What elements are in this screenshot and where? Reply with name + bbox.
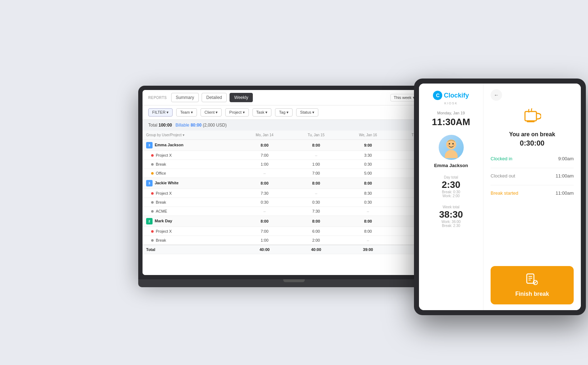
tab-summary[interactable]: Summary — [171, 93, 199, 102]
status-filter-button[interactable]: Status ▾ — [296, 108, 318, 117]
tablet-body: C Clockify KIOSK Monday, Jan 19 11:30AM — [414, 79, 586, 315]
col-tue: Tu, Jan 15 — [291, 131, 341, 140]
clocked-out-row: Clocked out 11:00am — [491, 173, 574, 179]
kiosk-right-panel: ← You are on break 0:30:00 — [483, 84, 581, 310]
week-work-sub: Work: 36:00 — [442, 220, 461, 224]
reports-label: REPORTS — [148, 96, 167, 100]
team-filter-button[interactable]: Team ▾ — [176, 108, 197, 117]
table-row: Break0:300:300:300:30 — [143, 198, 445, 207]
break-started-label: Break started — [491, 190, 518, 196]
time-divider-2 — [491, 185, 574, 185]
svg-point-0 — [446, 139, 456, 150]
total-label: Total — [148, 123, 157, 128]
table-row: Project X7:006:008:008:00 — [143, 227, 445, 236]
group-by-header[interactable]: Group by User/Project ▾ — [143, 131, 238, 140]
clocked-out-value: 11:00am — [555, 173, 574, 179]
svg-rect-6 — [525, 112, 536, 121]
laptop-device: REPORTS Summary Detailed Weekly This wee… — [138, 86, 450, 294]
billable-amount: (2,000 USD) — [203, 123, 227, 128]
day-total-value: 2:30 — [442, 180, 460, 189]
table-header-row: Group by User/Project ▾ Mo, Jan 14 Tu, J… — [143, 131, 445, 140]
table-row: Office–7:005:00– — [143, 169, 445, 178]
user-avatar — [439, 135, 464, 160]
laptop-body: REPORTS Summary Detailed Weekly This wee… — [138, 86, 450, 279]
kiosk-user-name: Emma Jackson — [434, 163, 468, 168]
work-sub-text: Work: 2:00 — [442, 194, 459, 198]
break-started-row: Break started 11:00am — [491, 190, 574, 196]
report-header: REPORTS Summary Detailed Weekly This wee… — [143, 90, 445, 105]
svg-point-1 — [445, 150, 458, 158]
table-row: Project X7:00–3:306:30 — [143, 151, 445, 160]
report-table-container: Group by User/Project ▾ Mo, Jan 14 Tu, J… — [143, 131, 445, 275]
col-mon: Mo, Jan 14 — [238, 131, 291, 140]
day-total-label: Day total — [444, 175, 458, 179]
break-started-value: 11:00am — [555, 190, 574, 196]
svg-point-2 — [449, 143, 450, 144]
clockify-logo: C Clockify — [433, 91, 469, 100]
cup-svg — [523, 108, 541, 124]
back-button[interactable]: ← — [491, 89, 502, 101]
break-cup-icon — [491, 108, 574, 127]
tab-detailed[interactable]: Detailed — [202, 93, 227, 102]
client-filter-button[interactable]: Client ▾ — [201, 108, 222, 117]
laptop-notch — [283, 279, 305, 282]
week-total-label: Week total — [443, 205, 459, 209]
table-row: Total40:0040:0039:0039:30 — [143, 245, 445, 254]
tablet-screen: C Clockify KIOSK Monday, Jan 19 11:30AM — [419, 84, 581, 310]
kiosk-date: Monday, Jan 19 — [437, 111, 465, 115]
project-filter-button[interactable]: Project ▾ — [225, 108, 249, 117]
svg-point-4 — [447, 144, 449, 146]
table-row: 2Mark Day8:008:008:008:00 — [143, 216, 445, 227]
filter-button[interactable]: FILTER ▾ — [148, 108, 173, 117]
time-divider-1 — [491, 168, 574, 168]
table-row: Break1:001:000:300:30 — [143, 160, 445, 169]
week-break-sub: Break: 2:30 — [442, 224, 460, 228]
finish-break-label: Finish break — [515, 291, 549, 297]
week-stat-sub: Work: 36:00 Break: 2:30 — [442, 220, 461, 228]
task-filter-button[interactable]: Task ▾ — [252, 108, 272, 117]
clocked-in-value: 9:00am — [558, 156, 574, 161]
col-wed: We, Jan 16 — [341, 131, 395, 140]
table-row: ACME–7:30–7:00 — [143, 207, 445, 216]
tag-filter-button[interactable]: Tag ▾ — [275, 108, 293, 117]
clocked-out-label: Clocked out — [491, 173, 515, 179]
tab-weekly[interactable]: Weekly — [230, 93, 253, 102]
billable-label: Billable — [175, 123, 189, 128]
avatar-illustration — [440, 137, 462, 158]
break-title: You are on break — [491, 131, 574, 138]
report-table: Group by User/Project ▾ Mo, Jan 14 Tu, J… — [143, 131, 445, 254]
finish-break-button[interactable]: Finish break — [491, 266, 574, 304]
table-row: Break1:002:00–– — [143, 236, 445, 245]
billable-value: 80:00 — [191, 123, 202, 128]
tablet-device: C Clockify KIOSK Monday, Jan 19 11:30AM — [414, 79, 586, 315]
clocked-in-row: Clocked in 9:00am — [491, 156, 574, 161]
week-total-value: 38:30 — [439, 210, 463, 219]
filter-bar: FILTER ▾ Team ▾ Client ▾ Project ▾ Task … — [143, 105, 445, 120]
kiosk-label: KIOSK — [444, 101, 458, 105]
kiosk-time: 11:30AM — [432, 117, 470, 128]
total-value: 100:00 — [159, 123, 172, 128]
clockify-logo-text: Clockify — [444, 92, 469, 99]
laptop-base — [138, 279, 450, 287]
clockify-icon: C — [433, 91, 442, 100]
week-label: This week — [394, 95, 411, 100]
day-break-sub: Break: 0:30 Work: 2:00 — [442, 190, 460, 198]
svg-point-3 — [452, 143, 454, 144]
kiosk-left-panel: C Clockify KIOSK Monday, Jan 19 11:30AM — [419, 84, 483, 310]
svg-rect-7 — [527, 121, 535, 122]
clocked-in-label: Clocked in — [491, 156, 512, 161]
finish-break-icon — [526, 273, 538, 288]
arrow-left-icon: ← — [494, 92, 499, 98]
summary-bar: Total 100:00 Billable 80:00 (2,000 USD) — [143, 120, 445, 131]
table-row: 3Emma Jackson8:008:009:007:00 — [143, 140, 445, 151]
break-timer: 0:30:00 — [491, 139, 574, 147]
table-row: 3Jackie White8:008:008:007:30 — [143, 178, 445, 189]
group-by-label: Group by User/Project ▾ — [146, 133, 184, 137]
break-sub-text: Break: 0:30 — [442, 190, 460, 194]
laptop-screen: REPORTS Summary Detailed Weekly This wee… — [143, 90, 445, 275]
svg-point-5 — [453, 144, 455, 146]
table-row: Project X7:30–8:30– — [143, 189, 445, 198]
edit-icon-svg — [526, 273, 538, 285]
